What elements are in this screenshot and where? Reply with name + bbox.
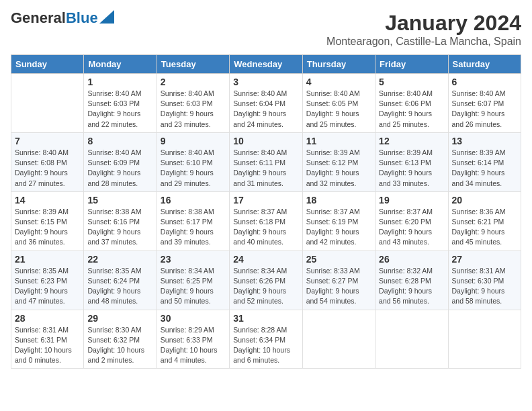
calendar-day-cell [448,310,521,369]
calendar-day-cell: 14Sunrise: 8:39 AMSunset: 6:15 PMDayligh… [11,191,84,250]
day-number: 5 [379,77,444,87]
day-info: Sunrise: 8:40 AMSunset: 6:09 PMDaylight:… [87,148,152,189]
day-info: Sunrise: 8:38 AMSunset: 6:17 PMDaylight:… [161,207,226,248]
day-number: 28 [15,313,80,324]
day-number: 9 [161,136,226,146]
day-info: Sunrise: 8:39 AMSunset: 6:14 PMDaylight:… [452,148,517,189]
day-info: Sunrise: 8:40 AMSunset: 6:10 PMDaylight:… [161,148,226,189]
calendar-day-cell: 7Sunrise: 8:40 AMSunset: 6:08 PMDaylight… [11,132,84,191]
calendar-day-cell: 13Sunrise: 8:39 AMSunset: 6:14 PMDayligh… [448,132,521,191]
calendar-day-cell: 22Sunrise: 8:35 AMSunset: 6:24 PMDayligh… [84,250,157,310]
calendar-day-cell: 29Sunrise: 8:30 AMSunset: 6:32 PMDayligh… [84,310,157,369]
calendar-day-cell: 18Sunrise: 8:37 AMSunset: 6:19 PMDayligh… [302,191,375,250]
title-area: January 2024 Montearagon, Castille-La Ma… [326,11,521,48]
calendar-day-cell: 8Sunrise: 8:40 AMSunset: 6:09 PMDaylight… [84,132,157,191]
day-number: 11 [306,136,371,146]
day-info: Sunrise: 8:40 AMSunset: 6:04 PMDaylight:… [233,89,298,130]
calendar-day-cell: 30Sunrise: 8:29 AMSunset: 6:33 PMDayligh… [157,310,229,369]
day-info: Sunrise: 8:40 AMSunset: 6:06 PMDaylight:… [379,89,444,130]
logo-icon [99,10,114,24]
calendar-week-row: 28Sunrise: 8:31 AMSunset: 6:31 PMDayligh… [11,310,521,369]
day-number: 18 [306,195,371,205]
calendar-day-cell: 23Sunrise: 8:34 AMSunset: 6:25 PMDayligh… [157,250,229,310]
day-info: Sunrise: 8:39 AMSunset: 6:13 PMDaylight:… [379,148,444,189]
calendar-day-cell: 19Sunrise: 8:37 AMSunset: 6:20 PMDayligh… [375,191,448,250]
day-info: Sunrise: 8:35 AMSunset: 6:24 PMDaylight:… [87,266,152,307]
col-wednesday: Wednesday [230,55,302,74]
calendar-week-row: 21Sunrise: 8:35 AMSunset: 6:23 PMDayligh… [11,250,521,310]
day-number: 3 [233,77,298,87]
day-info: Sunrise: 8:28 AMSunset: 6:34 PMDaylight:… [233,325,298,366]
calendar-day-cell: 2Sunrise: 8:40 AMSunset: 6:03 PMDaylight… [157,74,229,133]
calendar-week-row: 14Sunrise: 8:39 AMSunset: 6:15 PMDayligh… [11,191,521,250]
col-thursday: Thursday [302,55,375,74]
day-number: 16 [161,195,226,205]
col-saturday: Saturday [448,55,521,74]
calendar-day-cell: 15Sunrise: 8:38 AMSunset: 6:16 PMDayligh… [84,191,157,250]
day-number: 19 [379,195,444,205]
calendar-day-cell: 1Sunrise: 8:40 AMSunset: 6:03 PMDaylight… [84,74,157,133]
page-header: GeneralBlue January 2024 Montearagon, Ca… [11,11,521,48]
day-info: Sunrise: 8:33 AMSunset: 6:27 PMDaylight:… [306,266,371,307]
day-info: Sunrise: 8:37 AMSunset: 6:20 PMDaylight:… [379,207,444,248]
col-friday: Friday [375,55,448,74]
calendar-header-row: Sunday Monday Tuesday Wednesday Thursday… [11,55,521,74]
day-info: Sunrise: 8:40 AMSunset: 6:08 PMDaylight:… [15,148,80,189]
day-number: 17 [233,195,298,205]
day-number: 29 [87,313,152,324]
day-number: 14 [15,195,80,205]
location-title: Montearagon, Castille-La Mancha, Spain [326,36,521,48]
calendar-day-cell [302,310,375,369]
day-info: Sunrise: 8:39 AMSunset: 6:12 PMDaylight:… [306,148,371,189]
day-number: 2 [161,77,226,87]
day-info: Sunrise: 8:34 AMSunset: 6:25 PMDaylight:… [161,266,226,307]
logo: GeneralBlue [11,11,114,26]
calendar-day-cell: 27Sunrise: 8:31 AMSunset: 6:30 PMDayligh… [448,250,521,310]
day-number: 8 [87,136,152,146]
day-number: 21 [15,254,80,265]
calendar-day-cell: 28Sunrise: 8:31 AMSunset: 6:31 PMDayligh… [11,310,84,369]
calendar-day-cell: 21Sunrise: 8:35 AMSunset: 6:23 PMDayligh… [11,250,84,310]
day-info: Sunrise: 8:32 AMSunset: 6:28 PMDaylight:… [379,266,444,307]
day-number: 13 [452,136,517,146]
day-info: Sunrise: 8:38 AMSunset: 6:16 PMDaylight:… [87,207,152,248]
day-info: Sunrise: 8:39 AMSunset: 6:15 PMDaylight:… [15,207,80,248]
calendar-day-cell [11,74,84,133]
day-number: 23 [161,254,226,265]
calendar-day-cell: 5Sunrise: 8:40 AMSunset: 6:06 PMDaylight… [375,74,448,133]
calendar-day-cell: 9Sunrise: 8:40 AMSunset: 6:10 PMDaylight… [157,132,229,191]
day-number: 1 [87,77,152,87]
day-number: 27 [452,254,517,265]
col-sunday: Sunday [11,55,84,74]
calendar-day-cell: 6Sunrise: 8:40 AMSunset: 6:07 PMDaylight… [448,74,521,133]
day-info: Sunrise: 8:31 AMSunset: 6:31 PMDaylight:… [15,325,80,366]
day-number: 15 [87,195,152,205]
day-number: 31 [233,313,298,324]
day-info: Sunrise: 8:40 AMSunset: 6:07 PMDaylight:… [452,89,517,130]
calendar-day-cell: 10Sunrise: 8:40 AMSunset: 6:11 PMDayligh… [230,132,302,191]
day-info: Sunrise: 8:35 AMSunset: 6:23 PMDaylight:… [15,266,80,307]
logo-general-text: General [11,9,66,26]
day-number: 26 [379,254,444,265]
day-info: Sunrise: 8:40 AMSunset: 6:03 PMDaylight:… [161,89,226,130]
day-info: Sunrise: 8:30 AMSunset: 6:32 PMDaylight:… [87,325,152,366]
col-tuesday: Tuesday [157,55,229,74]
day-info: Sunrise: 8:36 AMSunset: 6:21 PMDaylight:… [452,207,517,248]
day-number: 12 [379,136,444,146]
day-info: Sunrise: 8:40 AMSunset: 6:11 PMDaylight:… [233,148,298,189]
calendar-day-cell: 25Sunrise: 8:33 AMSunset: 6:27 PMDayligh… [302,250,375,310]
calendar-day-cell [375,310,448,369]
svg-marker-0 [99,10,114,24]
month-title: January 2024 [326,11,521,36]
calendar-table: Sunday Monday Tuesday Wednesday Thursday… [11,54,521,369]
day-info: Sunrise: 8:34 AMSunset: 6:26 PMDaylight:… [233,266,298,307]
day-number: 10 [233,136,298,146]
calendar-day-cell: 4Sunrise: 8:40 AMSunset: 6:05 PMDaylight… [302,74,375,133]
day-number: 22 [87,254,152,265]
calendar-day-cell: 11Sunrise: 8:39 AMSunset: 6:12 PMDayligh… [302,132,375,191]
day-number: 20 [452,195,517,205]
day-info: Sunrise: 8:37 AMSunset: 6:18 PMDaylight:… [233,207,298,248]
day-info: Sunrise: 8:37 AMSunset: 6:19 PMDaylight:… [306,207,371,248]
calendar-day-cell: 3Sunrise: 8:40 AMSunset: 6:04 PMDaylight… [230,74,302,133]
col-monday: Monday [84,55,157,74]
